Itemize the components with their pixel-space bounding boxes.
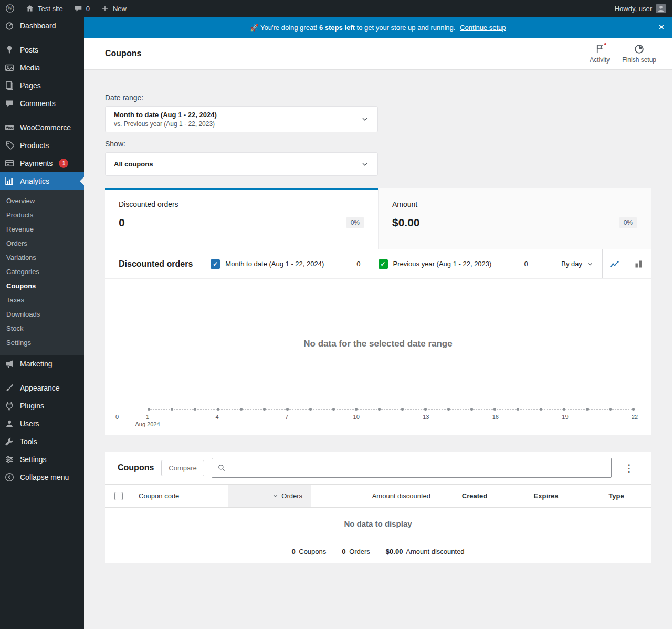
- summary-card-discounted-orders[interactable]: Discounted orders 0 0%: [105, 188, 378, 249]
- submenu-item-orders[interactable]: Orders: [0, 236, 84, 250]
- sidebar-item-analytics[interactable]: Analytics: [0, 172, 84, 190]
- date-range-select[interactable]: Month to date (Aug 1 - 22, 2024) vs. Pre…: [105, 106, 378, 132]
- sidebar-item-users[interactable]: Users: [0, 415, 84, 433]
- sidebar-item-label: Payments: [20, 159, 52, 167]
- sidebar-menu: DashboardPostsMediaPagesCommentsWooComme…: [0, 17, 84, 486]
- comment-bubble-icon: [74, 4, 83, 13]
- sidebar-item-label: Comments: [20, 99, 56, 108]
- sidebar-item-label: Collapse menu: [20, 473, 69, 481]
- sidebar-item-marketing[interactable]: Marketing: [0, 355, 84, 373]
- sidebar-item-pages[interactable]: Pages: [0, 77, 84, 95]
- select-all-checkbox[interactable]: [114, 492, 123, 500]
- bar-chart-button[interactable]: [627, 249, 651, 278]
- admin-bar-comments[interactable]: 0: [68, 0, 95, 17]
- table-header-row: Coupon codeOrdersAmount discountedCreate…: [105, 485, 651, 508]
- finish-setup-button[interactable]: Finish setup: [616, 41, 663, 66]
- date-range-select-text: Month to date (Aug 1 - 22, 2024) vs. Pre…: [114, 111, 217, 128]
- admin-bar-account[interactable]: Howdy, user: [608, 4, 672, 13]
- legend-checkbox[interactable]: ✓: [379, 259, 388, 269]
- chevron-down-icon: [586, 260, 594, 268]
- banner-close-icon[interactable]: ✕: [658, 17, 665, 38]
- summary-stat-coupons: 0 Coupons: [291, 548, 326, 555]
- search-input[interactable]: [230, 464, 606, 472]
- legend-item-1[interactable]: ✓Previous year (Aug 1 - 22, 2023)0: [379, 259, 528, 269]
- column-header-orders[interactable]: Orders: [228, 485, 311, 508]
- sidebar-item-dashboard[interactable]: Dashboard: [0, 17, 84, 35]
- x-tick-label: 19: [562, 414, 568, 420]
- column-header-amount-discounted[interactable]: Amount discounted: [311, 485, 439, 508]
- summary-card-amount[interactable]: Amount $0.00 0%: [378, 188, 651, 249]
- sidebar-item-comments[interactable]: Comments: [0, 95, 84, 112]
- submenu-item-products[interactable]: Products: [0, 208, 84, 222]
- sidebar-item-tools[interactable]: Tools: [0, 433, 84, 450]
- data-point: [424, 408, 427, 411]
- users-icon: [4, 418, 15, 429]
- chart-legend: ✓Month to date (Aug 1 - 22, 2024)0✓Previ…: [193, 259, 528, 269]
- activity-unread-dot: [603, 42, 607, 46]
- summary-card-label: Amount: [392, 200, 637, 208]
- activity-icon-wrap: [594, 44, 605, 55]
- x-tick-label: 7: [285, 414, 288, 420]
- column-header-created[interactable]: Created: [439, 485, 510, 508]
- y-axis-zero-label: 0: [116, 414, 119, 420]
- legend-checkbox[interactable]: ✓: [211, 259, 220, 269]
- submenu-item-variations[interactable]: Variations: [0, 250, 84, 265]
- column-header-expires[interactable]: Expires: [510, 485, 582, 508]
- submenu-item-downloads[interactable]: Downloads: [0, 307, 84, 321]
- sidebar-item-posts[interactable]: Posts: [0, 41, 84, 59]
- x-axis: 0 1471013161922Aug 2024: [148, 409, 635, 435]
- submenu-item-settings[interactable]: Settings: [0, 336, 84, 350]
- continue-setup-link[interactable]: Continue setup: [460, 24, 506, 32]
- admin-bar: W Test site 0 New Howdy, user: [0, 0, 672, 17]
- data-point: [240, 408, 243, 411]
- interval-select[interactable]: By day: [553, 260, 602, 268]
- column-header-type[interactable]: Type: [582, 485, 651, 508]
- admin-bar-new[interactable]: New: [95, 0, 132, 17]
- collapse-menu-button[interactable]: Collapse menu: [0, 468, 84, 486]
- setup-progress-icon: [634, 44, 645, 55]
- sidebar-item-label: Settings: [20, 455, 47, 464]
- data-point: [309, 408, 312, 411]
- admin-bar-site-name[interactable]: Test site: [20, 0, 68, 17]
- chart-header: Discounted orders ✓Month to date (Aug 1 …: [105, 249, 651, 279]
- x-tick-label: 22: [632, 414, 638, 420]
- search-box: [212, 458, 612, 478]
- submenu-item-overview[interactable]: Overview: [0, 194, 84, 208]
- data-point: [494, 408, 496, 411]
- coupons-table-card: Coupons Compare ⋮ Coupon codeOr: [105, 452, 651, 563]
- wp-logo-menu[interactable]: W: [0, 0, 20, 17]
- sidebar-item-label: Posts: [20, 46, 38, 54]
- sidebar-item-payments[interactable]: Payments1: [0, 154, 84, 172]
- legend-label: Previous year (Aug 1 - 22, 2023): [393, 260, 492, 268]
- banner-prefix: 🚀 You're doing great!: [250, 24, 317, 32]
- column-header-coupon-code[interactable]: Coupon code: [130, 485, 228, 508]
- sidebar-item-media[interactable]: Media: [0, 59, 84, 77]
- line-chart-button[interactable]: [603, 249, 627, 278]
- activity-button[interactable]: Activity: [583, 41, 616, 66]
- submenu-item-categories[interactable]: Categories: [0, 265, 84, 279]
- submenu-item-taxes[interactable]: Taxes: [0, 293, 84, 307]
- comments-count: 0: [86, 5, 90, 13]
- plus-icon: [100, 4, 110, 13]
- sidebar-item-label: Marketing: [20, 360, 52, 368]
- legend-count: 0: [356, 260, 360, 268]
- sidebar-item-woocommerce[interactable]: WooCommerce: [0, 119, 84, 137]
- sidebar-item-products[interactable]: Products: [0, 137, 84, 154]
- sidebar-item-settings[interactable]: Settings: [0, 450, 84, 468]
- summary-card-label: Discounted orders: [119, 200, 364, 208]
- sidebar-item-label: Analytics: [20, 177, 49, 185]
- x-tick-label: 1: [146, 414, 149, 420]
- products-icon: [4, 140, 15, 151]
- ellipsis-menu-icon[interactable]: ⋮: [620, 462, 638, 474]
- sidebar-item-plugins[interactable]: Plugins: [0, 397, 84, 415]
- coupons-filter-select[interactable]: All coupons: [105, 152, 378, 176]
- submenu-item-stock[interactable]: Stock: [0, 321, 84, 336]
- submenu-item-coupons[interactable]: Coupons: [0, 279, 84, 293]
- submenu-item-revenue[interactable]: Revenue: [0, 222, 84, 236]
- sidebar-item-appearance[interactable]: Appearance: [0, 379, 84, 397]
- legend-item-0[interactable]: ✓Month to date (Aug 1 - 22, 2024)0: [211, 259, 360, 269]
- compare-button[interactable]: Compare: [161, 460, 204, 476]
- sidebar-item-label: Pages: [20, 81, 41, 90]
- sidebar-item-label: Dashboard: [20, 22, 56, 30]
- data-point: [517, 408, 519, 411]
